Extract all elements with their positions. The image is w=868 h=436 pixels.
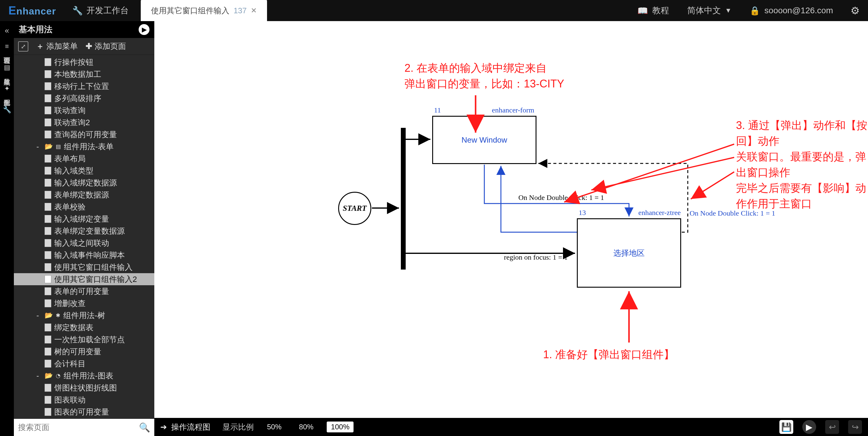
tree-file-item[interactable]: 表单的可用变量 — [14, 285, 154, 297]
tree-item-label: 输入域类型 — [54, 165, 93, 177]
edge-label-click2: On Node Double Click: 1 = 1 — [689, 209, 775, 217]
sidebar-search: 🔍 — [14, 418, 154, 436]
gear-icon: ⚙ — [850, 5, 860, 16]
undo-button[interactable]: ↩ — [825, 420, 839, 434]
tree-file-item[interactable]: 图表的可用变量 — [14, 406, 154, 418]
sidebar-toolbar: ⤢ ＋添加菜单 ✚添加页面 — [14, 38, 154, 55]
file-icon — [44, 275, 51, 283]
tutorial-link[interactable]: 📖 教程 — [628, 5, 678, 16]
tree-file-item[interactable]: 多列高级排序 — [14, 92, 154, 104]
file-icon — [44, 203, 51, 211]
tree-file-item[interactable]: 一次性加载全部节点 — [14, 333, 154, 346]
file-icon — [44, 70, 51, 78]
zoom-50[interactable]: 50% — [263, 422, 286, 432]
tree-file-item[interactable]: 表单绑定变量数据源 — [14, 225, 154, 237]
tree-folder-item[interactable]: -📂✱组件用法-树 — [14, 309, 154, 321]
tree-file-item[interactable]: 表单绑定数据源 — [14, 189, 154, 201]
folder-icon: 📂 — [44, 370, 53, 382]
tree-item-label: 组件用法-表单 — [64, 141, 114, 152]
file-icon — [44, 107, 51, 114]
tree-file-item[interactable]: 表单布局 — [14, 152, 154, 165]
rail-tab-tool[interactable]: 🔧 — [3, 101, 11, 118]
tree-item-label: 查询器的可用变量 — [54, 128, 117, 141]
tree-file-item[interactable]: 会计科目 — [14, 358, 154, 370]
language-select[interactable]: 简体中文 ▼ — [678, 5, 741, 16]
tree-item-label: 联动查询2 — [54, 116, 90, 128]
add-menu-button[interactable]: ＋添加菜单 — [36, 41, 78, 52]
play-button[interactable]: ▶ — [802, 420, 816, 434]
tree-item-label: 输入域之间联动 — [54, 237, 109, 249]
close-tab-icon[interactable]: ✕ — [251, 6, 257, 15]
tree-file-item[interactable]: 饼图柱状图折线图 — [14, 382, 154, 394]
folder-icon: 📂 — [44, 309, 53, 321]
open-tab[interactable]: 使用其它窗口组件输入 137 ✕ — [141, 0, 267, 21]
settings-button[interactable]: ⚙ — [842, 4, 868, 17]
workbench-link[interactable]: 🔧 开发工作台 — [60, 5, 141, 16]
diagram-canvas[interactable]: 2. 在表单的输入域中绑定来自 弹出窗口的变量，比如：13-CITY 3. 通过… — [154, 21, 868, 418]
fold-toggle-icon[interactable]: - — [34, 309, 41, 321]
tree-file-item[interactable]: 联动查询2 — [14, 116, 154, 128]
box-select-region[interactable]: 选择地区 — [577, 218, 681, 288]
tree-item-label: 绑定数据表 — [54, 321, 93, 333]
tree-file-item[interactable]: 树的可用变量 — [14, 346, 154, 358]
file-icon — [44, 118, 51, 126]
box11-num: 11 — [434, 106, 441, 114]
tree-file-item[interactable]: 联动查询 — [14, 104, 154, 116]
bottom-bar: ➔ 操作流程图 显示比例 50% 80% 100% 💾 ▶ ↩ ↪ — [154, 418, 868, 436]
tree-file-item[interactable]: 行操作按钮 — [14, 56, 154, 68]
main-area: 2. 在表单的输入域中绑定来自 弹出窗口的变量，比如：13-CITY 3. 通过… — [154, 21, 868, 436]
tree-file-item[interactable]: 本地数据加工 — [14, 68, 154, 80]
tree-folder-item[interactable]: -📂◔组件用法-图表 — [14, 370, 154, 382]
tree-file-item[interactable]: 输入域类型 — [14, 165, 154, 177]
rail-tab-pages[interactable]: ≡页面管理 — [2, 38, 11, 56]
start-node[interactable]: START — [338, 192, 371, 225]
rail-tab-menu[interactable]: ▤菜单导航 — [2, 59, 11, 78]
run-button[interactable]: ▶ — [138, 24, 150, 35]
tree-file-item[interactable]: 增删改查 — [14, 297, 154, 309]
fold-toggle-icon[interactable]: - — [34, 370, 41, 382]
box-new-window[interactable]: New Window — [432, 116, 536, 164]
tree-file-item[interactable]: 绑定数据表 — [14, 321, 154, 333]
tree-file-item[interactable]: 查询器的可用变量 — [14, 128, 154, 141]
expand-button[interactable]: ⤢ — [18, 41, 28, 52]
wrench-icon: 🔧 — [72, 6, 83, 16]
rail-tab-global[interactable]: ✦全局配置 — [2, 81, 11, 98]
box11-type: enhancer-form — [492, 106, 534, 114]
tree-file-item[interactable]: 表单校验 — [14, 201, 154, 213]
caret-down-icon: ▼ — [725, 7, 732, 14]
tree-file-item[interactable]: 输入域之间联动 — [14, 237, 154, 249]
tree-folder-item[interactable]: -📂▤组件用法-表单 — [14, 141, 154, 152]
tree-file-item[interactable]: 使用其它窗口组件输入 — [14, 261, 154, 273]
fold-toggle-icon[interactable]: - — [34, 141, 41, 152]
tree-file-item[interactable]: 输入域绑定变量 — [14, 213, 154, 225]
tree-item-label: 使用其它窗口组件输入2 — [54, 273, 137, 285]
box11-title: New Window — [461, 135, 507, 145]
tree-file-item[interactable]: 使用其它窗口组件输入2 — [14, 273, 154, 285]
svg-line-6 — [691, 172, 734, 199]
collapse-rail-icon[interactable]: « — [5, 26, 9, 35]
save-button[interactable]: 💾 — [779, 420, 793, 434]
flowchart-button[interactable]: ➔ 操作流程图 — [160, 422, 210, 432]
tutorial-label: 教程 — [652, 5, 669, 16]
search-input[interactable] — [18, 423, 136, 432]
zoom-100[interactable]: 100% — [327, 422, 353, 432]
tree-item-label: 多列高级排序 — [54, 92, 101, 104]
tree-item-label: 输入域绑定数据源 — [54, 177, 117, 189]
language-label: 简体中文 — [687, 5, 721, 16]
tree-file-item[interactable]: 输入域绑定数据源 — [14, 177, 154, 189]
zoom-80[interactable]: 80% — [295, 422, 318, 432]
tree-item-label: 表单的可用变量 — [54, 285, 109, 297]
tree-file-item[interactable]: 移动行上下位置 — [14, 80, 154, 92]
tab-number: 137 — [234, 6, 247, 16]
tree-file-item[interactable]: 输入域事件响应脚本 — [14, 249, 154, 261]
file-icon — [44, 227, 51, 235]
redo-button[interactable]: ↪ — [848, 420, 862, 434]
tree-file-item[interactable]: 图表联动 — [14, 394, 154, 406]
file-icon — [44, 130, 51, 138]
user-menu[interactable]: 🔒 soooon@126.com — [741, 6, 842, 16]
file-icon — [44, 323, 51, 331]
add-page-button[interactable]: ✚添加页面 — [86, 41, 126, 52]
file-icon — [44, 82, 51, 90]
search-icon[interactable]: 🔍 — [139, 422, 150, 433]
fork-bar — [401, 128, 406, 269]
